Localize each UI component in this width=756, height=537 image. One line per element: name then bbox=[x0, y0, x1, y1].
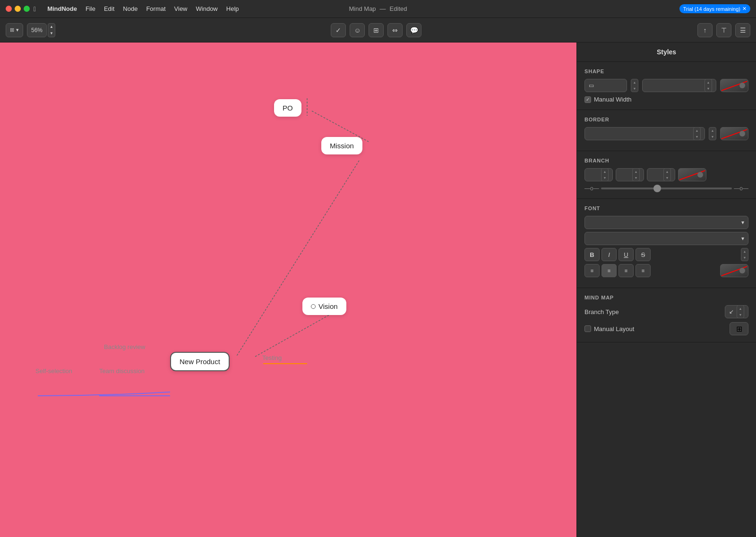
size-down-icon[interactable]: ▼ bbox=[705, 85, 712, 92]
border-stepper[interactable]: ▲ ▼ bbox=[693, 127, 701, 140]
fs-up[interactable]: ▲ bbox=[741, 248, 748, 255]
border-size-stepper[interactable]: ▲ ▼ bbox=[709, 127, 716, 140]
text-color-swatch[interactable] bbox=[720, 264, 748, 277]
connect-button[interactable]: ⇔ bbox=[387, 23, 403, 37]
node-po[interactable]: PO bbox=[274, 99, 301, 117]
node-self-selection[interactable]: Self-selection bbox=[35, 367, 72, 375]
branch-section-title: BRANCH bbox=[584, 158, 748, 163]
menu-file[interactable]: File bbox=[82, 4, 99, 13]
shape-stepper[interactable]: ▲ ▼ bbox=[631, 79, 638, 92]
branch-style-stepper[interactable]: ▲ ▼ bbox=[601, 168, 609, 181]
shape-down-icon[interactable]: ▼ bbox=[631, 85, 638, 92]
layout-icon-box[interactable]: ⊞ bbox=[730, 322, 748, 335]
close-button[interactable] bbox=[6, 6, 12, 12]
font-style-picker[interactable]: ▾ bbox=[584, 232, 748, 245]
doc-state: Edited bbox=[390, 5, 407, 12]
manual-width-checkbox[interactable]: ✓ bbox=[584, 96, 591, 103]
presentation-button[interactable]: ☺ bbox=[350, 23, 365, 37]
image-button[interactable]: ⊞ bbox=[369, 23, 384, 37]
border-down-icon[interactable]: ▼ bbox=[694, 134, 700, 140]
node-testing[interactable]: Testing bbox=[262, 354, 282, 361]
node-mission[interactable]: Mission bbox=[321, 137, 362, 154]
trial-badge[interactable]: Trial (14 days remaining) ✕ bbox=[679, 4, 750, 13]
view-switcher-button[interactable]: ⊞ ▾ bbox=[6, 23, 23, 37]
bold-button[interactable]: B bbox=[584, 248, 600, 261]
branch-style-picker[interactable]: ▲ ▼ bbox=[584, 168, 613, 181]
b-up-icon[interactable]: ▲ bbox=[709, 128, 716, 134]
filter-button[interactable]: ⊤ bbox=[716, 23, 731, 37]
italic-button[interactable]: I bbox=[601, 248, 617, 261]
underline-button[interactable]: U bbox=[619, 248, 634, 261]
shape-color-swatch[interactable] bbox=[720, 79, 748, 92]
node-backlog-review[interactable]: Backlog review bbox=[104, 343, 145, 350]
manual-width-label: Manual Width bbox=[594, 96, 631, 103]
branch-type-stepper[interactable]: ▲ ▼ bbox=[737, 305, 744, 318]
branch-color-swatch[interactable] bbox=[678, 168, 706, 181]
zoom-up-button[interactable]: ▲ bbox=[48, 24, 55, 30]
zoom-down-button[interactable]: ▼ bbox=[48, 30, 55, 37]
font-section-title: FONT bbox=[584, 205, 748, 211]
connections-svg bbox=[0, 43, 576, 537]
menu-window[interactable]: Window bbox=[192, 4, 222, 13]
strikethrough-button[interactable]: S bbox=[636, 248, 651, 261]
branch-type-control[interactable]: ↙ ▲ ▼ bbox=[725, 305, 748, 318]
menu-edit[interactable]: Edit bbox=[100, 4, 118, 13]
align-left-button[interactable]: ≡ bbox=[584, 264, 600, 277]
maximize-button[interactable] bbox=[24, 6, 30, 12]
align-justify-button[interactable]: ≡ bbox=[636, 264, 651, 277]
close-icon[interactable]: ✕ bbox=[742, 6, 747, 12]
bt-up[interactable]: ▲ bbox=[737, 306, 744, 312]
manual-layout-checkbox[interactable] bbox=[584, 325, 591, 332]
focus-button[interactable]: ✓ bbox=[331, 23, 346, 37]
branch-controls-row: ▲ ▼ ▲ ▼ ▲ ▼ bbox=[584, 168, 748, 181]
bs-down[interactable]: ▼ bbox=[601, 175, 608, 181]
shape-picker[interactable]: ▭ bbox=[584, 79, 627, 92]
menu-help[interactable]: Help bbox=[223, 4, 243, 13]
doc-name: Mind Map bbox=[349, 5, 376, 12]
node-mission-label: Mission bbox=[330, 142, 354, 150]
shape-up-icon[interactable]: ▲ bbox=[631, 79, 638, 85]
align-center-button[interactable]: ≡ bbox=[601, 264, 617, 277]
border-color-swatch[interactable] bbox=[720, 127, 748, 140]
bs-up[interactable]: ▲ bbox=[601, 169, 608, 175]
branch-size-stepper[interactable]: ▲ ▼ bbox=[632, 168, 640, 181]
font-family-picker[interactable]: ▾ bbox=[584, 216, 748, 229]
bsz-up[interactable]: ▲ bbox=[633, 169, 639, 175]
fs-down[interactable]: ▼ bbox=[741, 255, 748, 261]
shape-size-control[interactable]: ▲ ▼ bbox=[642, 79, 716, 92]
comment-button[interactable]: 💬 bbox=[406, 23, 421, 37]
minimize-button[interactable] bbox=[15, 6, 21, 12]
shape-size-stepper[interactable]: ▲ ▼ bbox=[704, 79, 712, 92]
sidebar: Styles SHAPE ▭ ▲ ▼ ▲ ▼ bbox=[576, 43, 756, 537]
share-button[interactable]: ↑ bbox=[697, 23, 713, 37]
shape-rect-icon: ▭ bbox=[589, 82, 594, 89]
menu-node[interactable]: Node bbox=[119, 4, 141, 13]
taper-slider-thumb[interactable] bbox=[653, 185, 661, 192]
b-down-icon[interactable]: ▼ bbox=[709, 134, 716, 140]
border-up-icon[interactable]: ▲ bbox=[694, 128, 700, 134]
font-size-stepper[interactable]: ▲ ▼ bbox=[741, 248, 748, 261]
title-separator: — bbox=[380, 5, 386, 12]
align-right-button[interactable]: ≡ bbox=[619, 264, 634, 277]
menu-format[interactable]: Format bbox=[142, 4, 169, 13]
node-vision[interactable]: Vision bbox=[302, 298, 346, 315]
bsz-down[interactable]: ▼ bbox=[633, 175, 639, 181]
zoom-stepper[interactable]: ▲ ▼ bbox=[48, 23, 55, 37]
menu-mindnode[interactable]: MindNode bbox=[43, 4, 81, 13]
node-team-discussion[interactable]: Team discussion bbox=[99, 367, 145, 375]
menu-view[interactable]: View bbox=[171, 4, 191, 13]
canvas[interactable]: PO Mission New Product Vision Testing Ba… bbox=[0, 43, 576, 537]
taper-slider-track[interactable] bbox=[601, 188, 732, 189]
bw-up[interactable]: ▲ bbox=[664, 169, 670, 175]
view-icon: ⊞ bbox=[10, 27, 14, 33]
branch-width-stepper[interactable]: ▲ ▼ bbox=[663, 168, 671, 181]
branch-size-picker[interactable]: ▲ ▼ bbox=[616, 168, 644, 181]
bw-down[interactable]: ▼ bbox=[664, 175, 670, 181]
size-up-icon[interactable]: ▲ bbox=[705, 79, 712, 85]
zoom-control: 56% ▲ ▼ bbox=[27, 23, 55, 37]
node-new-product[interactable]: New Product bbox=[170, 352, 230, 371]
branch-width-picker[interactable]: ▲ ▼ bbox=[647, 168, 675, 181]
border-style-picker[interactable]: ▲ ▼ bbox=[584, 127, 705, 140]
inspector-button[interactable]: ☰ bbox=[735, 23, 750, 37]
bt-down[interactable]: ▼ bbox=[737, 312, 744, 318]
